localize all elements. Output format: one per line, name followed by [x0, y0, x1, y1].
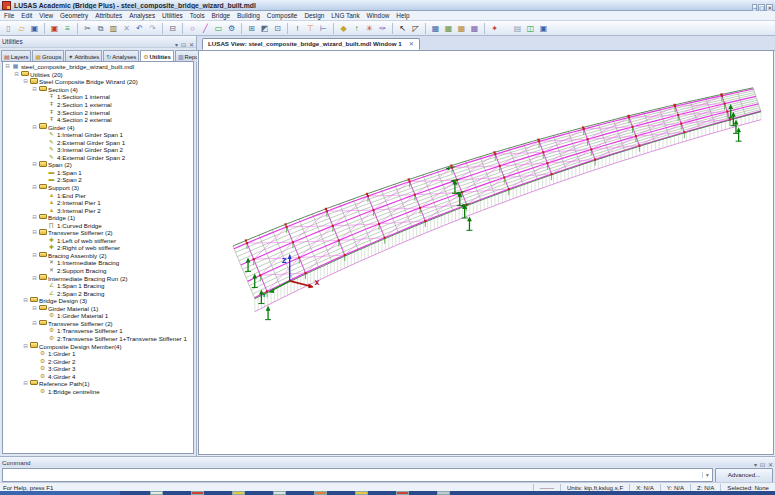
tree-collapse-icon[interactable]: ⊟ — [31, 184, 38, 191]
tree-item[interactable]: ✎3:Internal Girder Span 2 — [4, 146, 193, 154]
open-model-icon[interactable]: ▱ — [16, 23, 28, 34]
menu-help[interactable]: Help — [396, 12, 409, 19]
tree-item[interactable]: ⚙1:Transverse Stiffener 1 — [4, 327, 193, 335]
menu-view[interactable]: View — [39, 12, 53, 19]
iso-view-icon[interactable]: ◩ — [259, 23, 271, 34]
attribute-tool-icon[interactable]: ◆ — [338, 23, 350, 34]
tree-item[interactable]: ⊟Span (2) — [4, 161, 193, 169]
solve-now-icon[interactable]: ✳ — [364, 23, 376, 34]
view-tab[interactable]: LUSAS View: steel_composite_bridge_wizar… — [202, 38, 420, 50]
tree-item[interactable]: ∠2:Span 2 Bracing — [4, 289, 193, 297]
fleet-tool-icon[interactable]: ✦ — [489, 23, 501, 34]
assign-loading-icon[interactable]: ! — [292, 23, 304, 34]
pane-menu-button[interactable]: ▾ — [175, 42, 178, 48]
cut-icon[interactable]: ✂ — [82, 23, 94, 34]
tree-item[interactable]: ⊟Support (3) — [4, 184, 193, 192]
select-filter-lines-icon[interactable]: ▦ — [443, 23, 455, 34]
menu-geometry[interactable]: Geometry — [60, 12, 88, 19]
taskbar-icon[interactable] — [273, 491, 286, 495]
tree-item[interactable]: ▬2:Span 2 — [4, 176, 193, 184]
tree-collapse-icon[interactable]: ⊟ — [31, 305, 38, 312]
view-tab-close-icon[interactable]: ✕ — [409, 40, 414, 47]
copy-icon[interactable]: ⧉ — [95, 23, 107, 34]
undo-icon[interactable]: ↶ — [134, 23, 146, 34]
tree-collapse-icon[interactable]: ⊟ — [22, 78, 29, 85]
tree-collapse-icon[interactable]: ⊟ — [31, 161, 38, 168]
tree-item[interactable]: ⚙2:Girder 2 — [4, 357, 193, 365]
tree-item[interactable]: ✎2:External Girder Span 1 — [4, 138, 193, 146]
advanced-button[interactable]: Advanced... — [715, 468, 773, 483]
bridge-model-svg[interactable]: ZXY — [199, 51, 773, 454]
menu-edit[interactable]: Edit — [21, 12, 32, 19]
tree-item[interactable]: ✚2:Right of web stiffener — [4, 244, 193, 252]
taskbar-icon[interactable] — [150, 491, 163, 495]
section-view-icon[interactable]: ⊡ — [272, 23, 284, 34]
new-model-icon[interactable]: ▯ — [3, 23, 15, 34]
tree-item[interactable]: ▬1:Span 1 — [4, 169, 193, 177]
tree-item[interactable]: ✎1:Internal Girder Span 1 — [4, 131, 193, 139]
redo-icon[interactable]: ↷ — [147, 23, 159, 34]
tree-collapse-icon[interactable]: ⊟ — [4, 63, 11, 70]
tree-item[interactable]: ⊟Steel Composite Bridge Wizard (20) — [4, 78, 193, 86]
tree-item[interactable]: ▲1:End Pier — [4, 191, 193, 199]
menu-composite[interactable]: Composite — [267, 12, 298, 19]
menu-building[interactable]: Building — [237, 12, 260, 19]
utilities-treeview[interactable]: ⊟▦steel_composite_bridge_wizard_built.md… — [2, 61, 194, 454]
tree-item[interactable]: ⊟Intermediate Bracing Run (2) — [4, 274, 193, 282]
tree-item[interactable]: ⊟Girder (4) — [4, 123, 193, 131]
taskbar-icon[interactable] — [355, 491, 368, 495]
taskbar-icon[interactable] — [314, 491, 327, 495]
menu-utilities[interactable]: Utilities — [162, 12, 183, 19]
tree-collapse-icon[interactable]: ⊟ — [31, 320, 38, 327]
tree-item[interactable]: ✎4:External Girder Span 2 — [4, 154, 193, 162]
support-tool-icon[interactable]: ⊤ — [305, 23, 317, 34]
tree-item[interactable]: ⚙3:Girder 3 — [4, 365, 193, 373]
tree-collapse-icon[interactable]: ⊟ — [22, 380, 29, 387]
menu-bridge[interactable]: Bridge — [212, 12, 230, 19]
tree-collapse-icon[interactable]: ⊟ — [13, 71, 20, 78]
tree-item[interactable]: ✕2:Support Bracing — [4, 267, 193, 275]
report-tool-icon[interactable]: ▤ — [512, 23, 524, 34]
local-axis-tool-icon[interactable]: ⊢ — [318, 23, 330, 34]
pane-close-button[interactable]: ✕ — [189, 42, 194, 48]
taskbar-icon[interactable] — [396, 491, 409, 495]
delete-icon[interactable]: ✕ — [121, 23, 133, 34]
tree-collapse-icon[interactable]: ⊟ — [31, 275, 38, 282]
tree-collapse-icon[interactable]: ⊟ — [31, 252, 38, 259]
tree-item[interactable]: ∏1:Curved Bridge — [4, 221, 193, 229]
mesh-view-icon[interactable]: ⊞ — [246, 23, 258, 34]
select-box-icon[interactable]: ◸ — [410, 23, 422, 34]
annotate-tool-icon[interactable]: ✑ — [377, 23, 389, 34]
tree-collapse-icon[interactable]: ⊟ — [31, 214, 38, 221]
select-filter-points-icon[interactable]: ▦ — [430, 23, 442, 34]
tree-item[interactable]: ⊟Reference Path(1) — [4, 380, 193, 388]
tree-item[interactable]: ✕1:Intermediate Bracing — [4, 259, 193, 267]
connect-icon[interactable]: ≡ — [62, 23, 74, 34]
tree-item[interactable]: Ŧ2:Section 1 external — [4, 101, 193, 109]
save-results-icon[interactable]: ▣ — [49, 23, 61, 34]
tree-item[interactable]: ⚙2:Transverse Stiffener 1+Transverse Sti… — [4, 335, 193, 343]
save-model-icon[interactable]: ▣ — [29, 23, 41, 34]
tree-item[interactable]: ⊟Transverse Stiffener (2) — [4, 320, 193, 328]
tree-item[interactable]: ✚1:Left of web stiffener — [4, 237, 193, 245]
tree-item[interactable]: Ŧ1:Section 1 internal — [4, 93, 193, 101]
menu-file[interactable]: File — [4, 12, 14, 19]
windows-taskbar[interactable] — [0, 491, 775, 495]
model-canvas[interactable]: ZXY — [198, 50, 774, 455]
command-input[interactable] — [3, 470, 702, 480]
tree-item[interactable]: Ŧ4:Section 2 external — [4, 116, 193, 124]
pane-pin-button[interactable]: ⊡ — [181, 42, 186, 48]
menu-lng-tank[interactable]: LNG Tank — [331, 12, 359, 19]
tree-item[interactable]: ⊟▦steel_composite_bridge_wizard_built.md… — [4, 63, 193, 71]
menu-analyses[interactable]: Analyses — [129, 12, 155, 19]
tree-item[interactable]: ∠1:Span 1 Bracing — [4, 282, 193, 290]
paste-icon[interactable]: ▥ — [108, 23, 120, 34]
menu-window[interactable]: Window — [367, 12, 390, 19]
tree-item[interactable]: ⊟Composite Design Member(4) — [4, 342, 193, 350]
select-filter-volumes-icon[interactable]: ▦ — [469, 23, 481, 34]
tree-item[interactable]: ▲3:Internal Pier 2 — [4, 206, 193, 214]
tree-item[interactable]: ⊟Utilities (20) — [4, 71, 193, 79]
taskbar-start-area[interactable] — [0, 491, 120, 495]
tree-item[interactable]: ⊟Bridge (1) — [4, 214, 193, 222]
tree-item[interactable]: ⊟Bracing Assembly (2) — [4, 252, 193, 260]
